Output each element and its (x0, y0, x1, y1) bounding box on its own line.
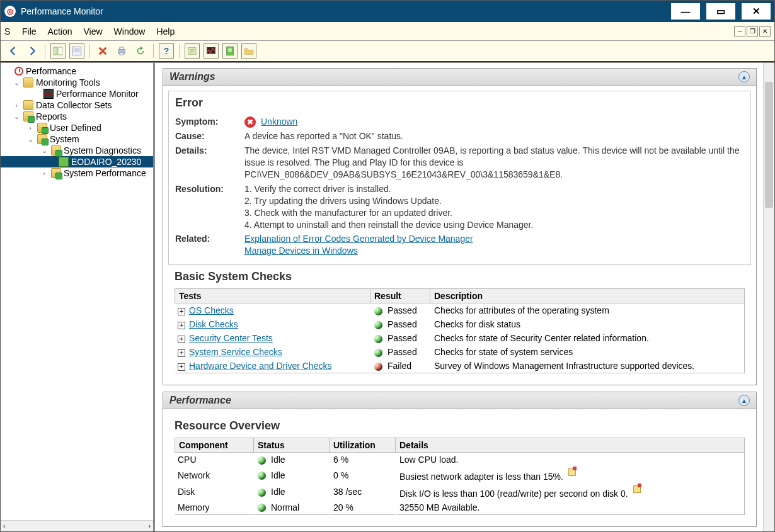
delete-button[interactable] (95, 43, 110, 59)
window-title: Performance Monitor (21, 6, 671, 16)
table-row: NetworkIdle0 %Busiest network adapter is… (175, 467, 745, 484)
error-icon: ✖ (244, 116, 256, 128)
performance-monitor-button[interactable] (204, 43, 219, 59)
mdi-minimize-button[interactable]: – (734, 26, 745, 37)
note-icon[interactable] (633, 485, 641, 493)
view-log-button[interactable] (185, 43, 200, 59)
twisty-icon[interactable]: ⌄ (12, 113, 21, 121)
toolbar: ? (1, 41, 774, 62)
menu-help[interactable]: Help (156, 26, 175, 37)
status-text: Idle (271, 470, 285, 480)
status-dot-icon (374, 335, 382, 343)
back-button[interactable] (6, 43, 21, 59)
menu-view[interactable]: View (83, 26, 102, 37)
tree-performance[interactable]: Performance (26, 66, 76, 76)
expand-icon[interactable]: + (178, 349, 185, 357)
performance-root-icon (14, 67, 23, 76)
properties-button[interactable] (69, 43, 84, 59)
details-cell: Low CPU load. (396, 453, 745, 467)
close-button[interactable]: ✕ (742, 3, 771, 20)
open-folder-button[interactable] (241, 43, 256, 59)
twisty-icon[interactable]: ⌄ (12, 79, 21, 87)
component-cell: Disk (175, 484, 254, 501)
content-vertical-scrollbar[interactable] (763, 63, 774, 531)
tree-data-collector-sets[interactable]: Data Collector Sets (36, 100, 112, 110)
tree-system-performance[interactable]: System Performance (64, 168, 146, 178)
tree-performance-monitor[interactable]: Performance Monitor (56, 89, 139, 99)
help-button[interactable]: ? (159, 43, 174, 59)
result-text: Passed (388, 347, 417, 357)
test-link[interactable]: Disk Checks (189, 319, 238, 329)
related-link[interactable]: Explanation of Error Codes Generated by … (244, 234, 473, 244)
component-cell: Network (175, 467, 254, 484)
status-dot-icon (258, 456, 266, 465)
note-icon[interactable] (568, 468, 576, 476)
mdi-restore-button[interactable]: ❐ (747, 26, 758, 37)
description-text: Checks for attributes of the operating s… (430, 303, 745, 318)
tree-selected-report[interactable]: EODAIRO_20230 (71, 157, 141, 167)
expand-icon[interactable]: + (178, 308, 185, 315)
tree-reports[interactable]: Reports (36, 111, 67, 122)
collapse-icon[interactable]: ▲ (738, 71, 750, 82)
resource-overview-heading: Resource Overview (175, 419, 745, 433)
utilization-cell: 38 /sec (330, 484, 396, 501)
twisty-icon[interactable]: ⌄ (40, 147, 49, 155)
test-link[interactable]: Security Center Tests (189, 333, 273, 343)
status-dot-icon (374, 349, 382, 357)
folder-icon (23, 111, 33, 122)
test-link[interactable]: OS Checks (189, 305, 234, 315)
forward-button[interactable] (25, 43, 40, 59)
status-dot-icon (258, 489, 266, 497)
description-text: Survey of Windows Management Infrastruct… (430, 359, 745, 373)
title-bar: ◎ Performance Monitor — ▭ ✕ (1, 1, 774, 22)
window-controls: — ▭ ✕ (671, 3, 771, 20)
system-menu-icon[interactable]: S (4, 26, 11, 37)
col-description: Description (430, 289, 745, 303)
expand-icon[interactable]: + (178, 336, 185, 343)
symptom-link[interactable]: Unknown (261, 116, 297, 127)
basic-checks-table: Tests Result Description +OS ChecksPasse… (175, 288, 745, 373)
twisty-icon[interactable]: › (12, 101, 21, 109)
print-button[interactable] (114, 43, 129, 59)
table-row: +Hardware Device and Driver ChecksFailed… (175, 359, 745, 373)
result-text: Passed (388, 305, 417, 315)
test-link[interactable]: Hardware Device and Driver Checks (189, 361, 331, 371)
tree-system[interactable]: System (50, 134, 79, 144)
details-value: The device, Intel RST VMD Managed Contro… (244, 145, 744, 181)
tree-monitoring-tools[interactable]: Monitoring Tools (36, 77, 100, 88)
expand-icon[interactable]: + (178, 322, 185, 329)
minimize-button[interactable]: — (671, 3, 700, 20)
menu-action[interactable]: Action (48, 26, 72, 37)
folder-icon (23, 77, 33, 88)
status-dot-icon (374, 363, 382, 371)
test-link[interactable]: System Service Checks (189, 347, 282, 357)
details-cell: Busiest network adapter is less than 15%… (396, 467, 745, 484)
maximize-button[interactable]: ▭ (706, 3, 735, 20)
related-label: Related: (175, 233, 244, 257)
resolution-value: 1. Verify the correct driver is installe… (244, 183, 744, 231)
navigation-tree[interactable]: Performance ⌄Monitoring Tools Performanc… (1, 63, 155, 531)
collapse-icon[interactable]: ▲ (738, 395, 750, 406)
refresh-button[interactable] (133, 43, 148, 59)
twisty-icon[interactable]: › (26, 124, 35, 132)
svg-rect-0 (54, 47, 57, 55)
utilization-cell: 6 % (330, 453, 396, 467)
menu-window[interactable]: Window (114, 26, 146, 37)
status-dot-icon (374, 321, 382, 329)
menu-file[interactable]: File (22, 26, 37, 37)
tree-system-diagnostics[interactable]: System Diagnostics (64, 145, 141, 156)
report-button[interactable] (222, 43, 238, 59)
utilization-cell: 20 % (330, 501, 396, 515)
resolution-step: 3. Check with the manufacturer for an up… (244, 207, 744, 219)
tree-horizontal-scrollbar[interactable]: ‹› (1, 520, 153, 531)
twisty-icon[interactable]: ⌄ (26, 135, 35, 144)
folder-icon (37, 134, 47, 144)
twisty-icon[interactable]: › (40, 169, 49, 177)
show-hide-tree-button[interactable] (50, 43, 66, 59)
tree-user-defined[interactable]: User Defined (50, 123, 101, 133)
expand-icon[interactable]: + (178, 363, 185, 371)
resolution-step: 1. Verify the correct driver is installe… (244, 183, 744, 195)
mdi-close-button[interactable]: ✕ (759, 26, 771, 37)
description-text: Checks for disk status (430, 317, 745, 331)
related-link[interactable]: Manage Devices in Windows (244, 246, 358, 256)
